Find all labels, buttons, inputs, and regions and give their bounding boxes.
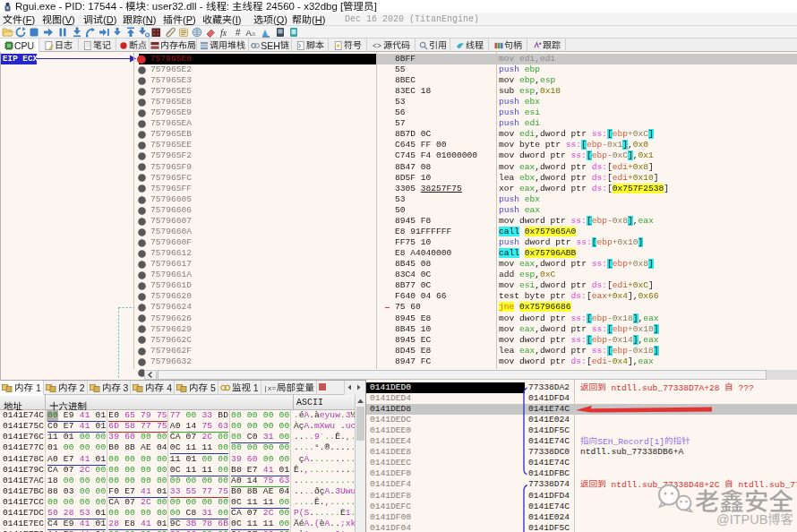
svg-text:#: # [236,28,241,38]
svg-text:fx: fx [220,28,227,38]
svg-text:|x=: |x= [263,384,277,392]
svg-text:<>: <> [373,42,381,50]
svg-text:a: a [252,30,256,38]
